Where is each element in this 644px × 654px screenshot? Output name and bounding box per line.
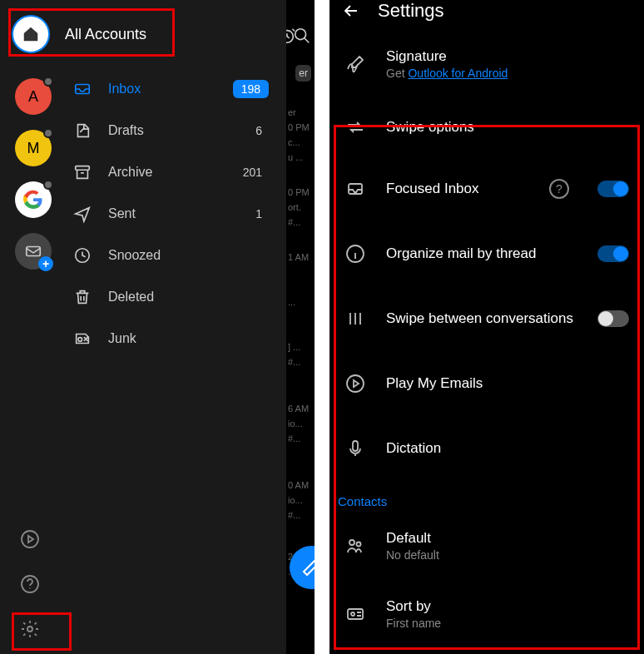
peek-fragment: 0 PM [288,121,313,133]
settings-play-my-emails[interactable]: Play My Emails [329,351,644,416]
peek-fragment: 0 PM [288,186,313,198]
folder-snoozed[interactable]: Snoozed [67,235,275,276]
home-avatar[interactable] [12,15,50,53]
account-badge-3[interactable]: + [15,233,52,270]
back-icon[interactable] [341,1,361,21]
svg-point-15 [349,540,354,545]
columns-icon [344,308,366,329]
signature-icon [344,53,366,75]
toggle[interactable] [597,245,629,262]
folder-label: Inbox [108,82,216,97]
folder-count: 6 [249,121,269,140]
folder-list: Inbox 198 Drafts 6 Archive 201 Sent 1 Sn… [67,68,287,523]
folder-label: Junk [108,331,269,346]
status-dot [43,180,53,190]
folder-label: Archive [108,165,220,180]
snoozed-icon [73,246,92,265]
svg-point-10 [295,29,306,40]
folder-count: 201 [236,163,269,181]
settings-label: Focused Inbox [386,181,529,197]
folder-drafts[interactable]: Drafts 6 [67,110,275,151]
account-badge-0[interactable]: A [15,78,52,115]
folder-archive[interactable]: Archive 201 [67,151,275,193]
help-icon[interactable]: ? [549,179,569,199]
focused-icon [344,178,366,200]
svg-rect-0 [27,247,41,256]
signature-label: Signature [386,48,629,65]
peek-fragment: 6 AM [288,403,313,414]
svg-rect-17 [348,609,363,619]
settings-focused-inbox[interactable]: Focused Inbox ? [329,156,644,221]
peek-fragment: ... [288,296,313,308]
folder-label: Sent [108,206,232,221]
sidebar-header[interactable]: All Accounts [0,0,287,68]
junk-icon [73,329,92,348]
svg-point-13 [347,375,364,392]
account-badge-1[interactable]: M [15,130,52,166]
peek-fragment: ] ... [288,341,313,353]
settings-label: Swipe between conversations [386,310,577,327]
account-badge-2[interactable] [15,181,52,218]
peek-fragment: #... [288,356,313,368]
toggle[interactable] [597,181,629,197]
inbox-icon [73,80,92,98]
people-icon [344,535,366,557]
compose-icon [301,557,315,577]
svg-point-16 [357,543,361,547]
google-logo-icon [23,190,43,210]
settings-label: Dictation [386,440,629,457]
svg-point-5 [22,531,38,547]
home-icon [22,25,40,43]
svg-rect-14 [353,441,358,451]
sidebar-footer [0,523,287,654]
peek-fragment: #... [288,509,313,521]
peek-fragment: 0 AM [288,479,313,491]
svg-point-8 [27,627,32,632]
folder-junk[interactable]: Junk [67,318,275,359]
filter-chip[interactable]: er [295,65,311,82]
toggle[interactable] [597,310,629,327]
mic-icon [344,438,366,459]
settings-swipe-options[interactable]: Swipe options [329,98,644,156]
status-dot [43,128,53,138]
folder-count: 1 [249,205,269,223]
signature-sub: Get Outlook for Android [386,67,629,80]
swipe-label: Swipe options [386,119,629,136]
add-account-badge[interactable]: + [38,256,53,271]
peek-fragment: u ... [288,151,313,163]
peek-fragment: io... [288,418,313,429]
sidebar: All Accounts AM+ Inbox 198 Drafts 6 Arch… [0,0,287,654]
gear-icon[interactable] [20,619,40,639]
settings-header: Settings [329,0,644,30]
folder-label: Snoozed [108,248,269,263]
settings-swipe-between-conversations[interactable]: Swipe between conversations [329,286,644,351]
folder-deleted[interactable]: Deleted [67,276,275,318]
swipe-icon [344,116,366,138]
inbox-peek: er er0 PMc...u ...0 PMort. #...1 AM...] … [286,0,315,654]
card-icon [344,603,366,625]
search-icon[interactable] [293,27,311,45]
svg-point-4 [78,338,82,342]
svg-rect-2 [76,166,90,171]
settings-organize-mail-by-thread[interactable]: Organize mail by thread [329,221,644,286]
info-icon [344,243,366,265]
help-icon[interactable] [20,574,40,594]
folder-inbox[interactable]: Inbox 198 [67,68,275,110]
settings-dictation[interactable]: Dictation [329,416,644,481]
peek-fragment: io... [288,494,313,506]
folder-label: Deleted [108,290,269,305]
svg-point-18 [351,612,354,616]
settings-signature[interactable]: Signature Get Outlook for Android [329,30,644,98]
outlook-sidebar-screenshot: All Accounts AM+ Inbox 198 Drafts 6 Arch… [0,0,315,654]
contacts-sort-by[interactable]: Sort by First name [329,580,644,648]
contacts-default[interactable]: Default No default [329,512,644,580]
drafts-icon [73,121,92,140]
archive-icon [73,163,92,181]
play-icon[interactable] [20,529,40,549]
folder-sent[interactable]: Sent 1 [67,193,275,235]
peek-fragment: #... [288,433,313,444]
settings-label: Organize mail by thread [386,245,577,262]
contacts-label: Default [386,530,629,547]
sidebar-title: All Accounts [65,26,146,43]
folder-label: Drafts [108,123,232,138]
